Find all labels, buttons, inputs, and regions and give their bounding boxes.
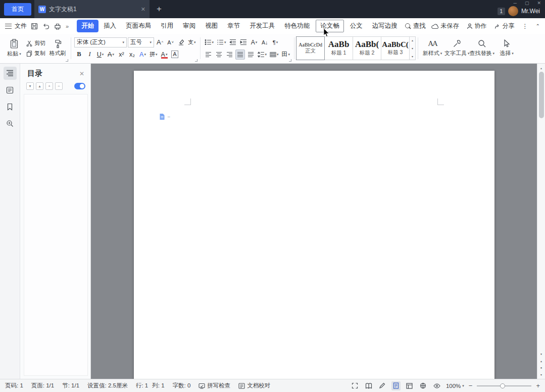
outline-panel-button[interactable] xyxy=(4,67,17,80)
select-button[interactable]: 选择▾ xyxy=(494,35,519,61)
maximize-icon[interactable]: ▢ xyxy=(525,1,529,6)
tab-page-layout[interactable]: 页面布局 xyxy=(121,20,156,32)
line-spacing-button[interactable]: ▾ xyxy=(257,50,268,60)
demote-icon[interactable]: − xyxy=(55,82,63,90)
strikethrough-button[interactable]: A▾ xyxy=(106,50,116,60)
numbered-list-button[interactable]: ▾ xyxy=(216,37,227,47)
status-column[interactable]: 列: 1 xyxy=(152,382,164,389)
phonetic-guide-button[interactable]: 支▾ xyxy=(187,37,197,47)
collapse-ribbon-icon[interactable]: ⌃ xyxy=(536,23,540,29)
zoom-level-button[interactable]: 100% ▾ xyxy=(446,383,464,389)
show-marks-button[interactable]: ¶▾ xyxy=(271,37,280,47)
align-left-button[interactable] xyxy=(204,50,213,60)
tab-home[interactable]: 开始 xyxy=(77,20,98,32)
underline-button[interactable]: U▾ xyxy=(95,50,105,60)
style-heading3[interactable]: AaBbC( 标题 3 xyxy=(381,36,410,60)
next-page-icon[interactable]: ▾ xyxy=(540,373,542,376)
web-layout-icon[interactable] xyxy=(419,381,428,390)
gallery-down-icon[interactable]: ▾ xyxy=(412,46,413,50)
format-painter-button[interactable]: 格式刷 xyxy=(47,36,68,61)
spell-check-button[interactable]: 拼写检查 xyxy=(199,382,230,389)
find-button[interactable]: 查找 xyxy=(405,22,426,30)
read-mode-icon[interactable] xyxy=(364,381,373,390)
browse-object-icon[interactable]: ● xyxy=(540,366,542,369)
zoom-in-button[interactable]: + xyxy=(536,382,540,389)
gallery-up-icon[interactable]: ▴ xyxy=(412,38,413,42)
save-icon[interactable] xyxy=(31,23,38,30)
fullscreen-icon[interactable] xyxy=(351,381,360,390)
scrollbar-thumb[interactable] xyxy=(539,72,544,118)
clipboard-dialog-launcher[interactable] xyxy=(66,59,68,62)
shrink-font-button[interactable]: A˅ xyxy=(166,37,175,47)
subscript-button[interactable]: x₂ xyxy=(127,50,137,60)
username[interactable]: Mr.Wei xyxy=(521,8,540,15)
tab-write-search[interactable]: 边写边搜 xyxy=(368,20,402,32)
tab-special-features[interactable]: 特色功能 xyxy=(280,20,314,32)
status-line[interactable]: 行: 1 xyxy=(136,382,148,389)
text-effects-button[interactable]: A▾ xyxy=(138,50,147,60)
gallery-more-icon[interactable]: ▾ xyxy=(412,55,413,58)
document-page[interactable]: − xyxy=(134,71,494,379)
print-icon[interactable] xyxy=(54,23,61,30)
increase-indent-button[interactable] xyxy=(239,37,249,47)
close-panel-icon[interactable]: ✕ xyxy=(79,70,84,77)
paragraph-assistant[interactable]: − xyxy=(159,113,171,120)
style-normal[interactable]: AaBbCcDd 正文 xyxy=(296,36,325,60)
undo-icon[interactable] xyxy=(42,23,49,30)
pinyin-guide-button[interactable]: 拼▾ xyxy=(148,50,159,60)
smart-outline-toggle[interactable] xyxy=(74,83,85,89)
document-tab[interactable]: W 文字文稿1 ✕ xyxy=(34,0,150,18)
minimize-icon[interactable]: ─ xyxy=(514,1,517,6)
clear-format-icon[interactable] xyxy=(176,37,186,47)
scroll-up-icon[interactable]: ▴ xyxy=(540,65,542,71)
font-size-combo[interactable]: 五号 ▾ xyxy=(128,37,154,47)
find-panel-button[interactable] xyxy=(4,117,17,130)
page-view-icon[interactable] xyxy=(391,381,401,390)
tab-review[interactable]: 审阅 xyxy=(178,20,200,32)
tab-section[interactable]: 章节 xyxy=(223,20,244,32)
tab-references[interactable]: 引用 xyxy=(156,20,178,32)
status-page-count[interactable]: 页面: 1/1 xyxy=(31,382,54,389)
paragraph-dialog-launcher[interactable] xyxy=(289,59,291,62)
quick-access-more-icon[interactable]: » xyxy=(66,23,69,29)
vertical-scrollbar[interactable]: ▴ ▾ ▴ ● ▾ xyxy=(537,64,545,379)
find-replace-button[interactable]: 查找替换▾ xyxy=(470,35,495,61)
shading-button[interactable]: ▾ xyxy=(269,50,280,60)
expand-all-icon[interactable]: ▾ xyxy=(26,82,34,90)
character-scale-button[interactable]: A▾ xyxy=(250,37,259,47)
zoom-slider[interactable] xyxy=(477,385,531,386)
bookmark-panel-button[interactable] xyxy=(4,100,17,113)
superscript-button[interactable]: x² xyxy=(117,50,126,60)
font-name-combo[interactable]: 宋体 (正文) ▾ xyxy=(74,37,127,47)
outline-list[interactable] xyxy=(24,94,88,376)
font-dialog-launcher[interactable] xyxy=(195,59,197,62)
distribute-button[interactable] xyxy=(246,50,256,60)
save-status-button[interactable]: 未保存 xyxy=(431,22,459,30)
promote-icon[interactable]: + xyxy=(45,82,53,90)
font-color-button[interactable]: A▾ xyxy=(160,50,169,60)
status-setting[interactable]: 设置值: 2.5厘米 xyxy=(87,382,128,389)
previous-page-icon[interactable]: ▴ xyxy=(540,359,542,363)
paste-button[interactable]: 粘贴▾ xyxy=(4,36,24,61)
bold-button[interactable]: B xyxy=(74,50,84,60)
doc-proof-button[interactable]: 文档校对 xyxy=(238,382,270,389)
bullet-list-button[interactable]: ▾ xyxy=(204,37,215,47)
text-tool-button[interactable]: 文字工具▾ xyxy=(444,35,470,61)
collapse-all-icon[interactable]: ▴ xyxy=(36,82,43,90)
style-heading1[interactable]: AaBb 标题 1 xyxy=(324,36,353,60)
status-page-number[interactable]: 页码: 1 xyxy=(5,382,23,389)
share-button[interactable]: 分享 xyxy=(494,22,515,30)
proofing-panel-button[interactable] xyxy=(4,83,17,96)
close-icon[interactable]: ✕ xyxy=(537,1,541,6)
align-right-button[interactable] xyxy=(225,50,234,60)
tab-view[interactable]: 视图 xyxy=(201,20,222,32)
grow-font-button[interactable]: A^ xyxy=(155,37,165,47)
copy-button[interactable]: 复制 xyxy=(26,50,45,57)
more-options-icon[interactable]: ⋮ xyxy=(522,23,528,30)
borders-button[interactable]: 田▾ xyxy=(281,50,291,60)
italic-button[interactable]: I xyxy=(85,50,94,60)
tab-insert[interactable]: 插入 xyxy=(99,20,121,32)
tab-developer[interactable]: 开发工具 xyxy=(245,20,279,32)
scroll-down-icon[interactable]: ▾ xyxy=(540,352,542,356)
close-tab-icon[interactable]: ✕ xyxy=(141,6,145,13)
